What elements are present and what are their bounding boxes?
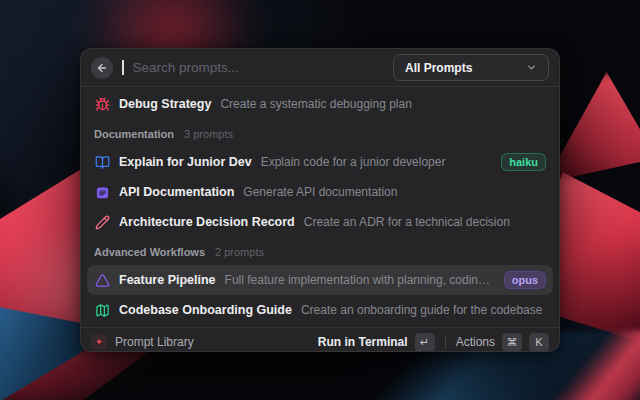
footer-divider <box>445 336 446 349</box>
pencil-icon <box>94 214 110 230</box>
list-item-architecture-decision-record[interactable]: Architecture Decision Record Create an A… <box>87 207 553 237</box>
filter-dropdown-label: All Prompts <box>405 61 472 75</box>
prompt-library-palette: All Prompts Debug Strategy Create a syst… <box>80 48 560 352</box>
prompt-description: Generate API documentation <box>243 185 546 199</box>
prompt-list: Debug Strategy Create a systematic debug… <box>81 87 559 327</box>
prompt-title: API Documentation <box>119 185 234 199</box>
section-count: 3 prompts <box>184 128 233 140</box>
footer-actions: Run in Terminal ↵ Actions ⌘ K <box>318 333 549 352</box>
prompt-title: Architecture Decision Record <box>119 215 295 229</box>
chevron-down-icon <box>526 62 537 73</box>
section-header-documentation: Documentation 3 prompts <box>87 120 553 147</box>
app-name: Prompt Library <box>115 335 194 349</box>
prompt-description: Create a systematic debugging plan <box>220 97 546 111</box>
filter-dropdown[interactable]: All Prompts <box>393 54 549 81</box>
list-item-api-documentation[interactable]: API Documentation Generate API documenta… <box>87 177 553 207</box>
section-label: Documentation <box>94 128 174 140</box>
list-item-codebase-onboarding-guide[interactable]: Codebase Onboarding Guide Create an onbo… <box>87 295 553 325</box>
book-open-icon <box>94 154 110 170</box>
map-icon <box>94 302 110 318</box>
document-list-icon <box>94 184 110 200</box>
section-label: Advanced Workflows <box>94 246 205 258</box>
enter-keycap: ↵ <box>415 333 435 352</box>
app-logo-icon: ✦ <box>91 334 107 350</box>
prompt-title: Debug Strategy <box>119 97 211 111</box>
bug-icon <box>94 96 110 112</box>
prompt-description: Create an onboarding guide for the codeb… <box>301 303 546 317</box>
section-header-advanced-workflows: Advanced Workflows 2 prompts <box>87 238 553 265</box>
model-badge-haiku: haiku <box>501 153 546 171</box>
run-in-terminal-button[interactable]: Run in Terminal <box>318 335 408 349</box>
search-input[interactable] <box>133 60 385 75</box>
palette-header: All Prompts <box>81 49 559 87</box>
prompt-title: Feature Pipeline <box>119 273 216 287</box>
prompt-description: Full feature implementation with plannin… <box>225 273 495 287</box>
prompt-description: Explain code for a junior developer <box>261 155 493 169</box>
actions-button[interactable]: Actions <box>456 335 495 349</box>
list-item-debug-strategy[interactable]: Debug Strategy Create a systematic debug… <box>87 89 553 119</box>
prompt-description: Create an ADR for a technical decision <box>304 215 546 229</box>
desktop: All Prompts Debug Strategy Create a syst… <box>0 0 640 400</box>
prompt-title: Explain for Junior Dev <box>119 155 252 169</box>
section-count: 2 prompts <box>215 246 264 258</box>
command-keycap: ⌘ <box>502 333 522 352</box>
prompt-title: Codebase Onboarding Guide <box>119 303 292 317</box>
arrow-left-icon <box>96 62 108 74</box>
palette-footer: ✦ Prompt Library Run in Terminal ↵ Actio… <box>81 327 559 352</box>
text-cursor <box>122 60 124 75</box>
list-item-feature-pipeline[interactable]: Feature Pipeline Full feature implementa… <box>87 265 553 295</box>
triangle-icon <box>94 272 110 288</box>
model-badge-opus: opus <box>504 271 546 289</box>
list-item-explain-for-junior-dev[interactable]: Explain for Junior Dev Explain code for … <box>87 147 553 177</box>
back-button[interactable] <box>91 57 113 79</box>
k-keycap: K <box>529 333 549 352</box>
